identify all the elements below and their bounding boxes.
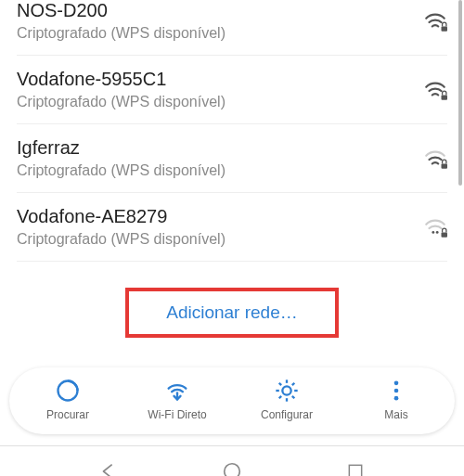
add-network-label: Adicionar rede… bbox=[125, 288, 339, 338]
more-button[interactable]: Mais bbox=[342, 377, 451, 421]
more-label: Mais bbox=[384, 408, 407, 421]
wifi-direct-label: Wi-Fi Direto bbox=[148, 408, 206, 421]
recent-apps-icon[interactable] bbox=[343, 459, 367, 477]
wifi-network-item[interactable]: Vodafone-5955C1 Criptografado (WPS dispo… bbox=[17, 56, 447, 124]
svg-point-21 bbox=[394, 396, 399, 401]
scroll-indicator bbox=[458, 0, 462, 186]
svg-line-18 bbox=[292, 383, 294, 385]
network-subtext: Criptografado (WPS disponível) bbox=[17, 25, 226, 42]
wifi-signal-icon bbox=[423, 9, 447, 33]
network-subtext: Criptografado (WPS disponível) bbox=[17, 231, 226, 248]
configure-label: Configurar bbox=[261, 408, 313, 421]
network-ssid: Vodafone-5955C1 bbox=[17, 69, 226, 90]
svg-rect-2 bbox=[442, 163, 448, 168]
wifi-signal-icon bbox=[423, 78, 447, 102]
svg-point-3 bbox=[432, 231, 434, 234]
system-nav-bar bbox=[0, 445, 464, 476]
svg-rect-23 bbox=[350, 465, 362, 476]
wifi-direct-icon bbox=[163, 377, 191, 405]
home-icon[interactable] bbox=[220, 459, 244, 477]
svg-rect-1 bbox=[442, 95, 448, 99]
wifi-network-item[interactable]: Igferraz Criptografado (WPS disponível) bbox=[17, 124, 447, 193]
more-vertical-icon bbox=[382, 377, 410, 405]
scan-label: Procurar bbox=[46, 408, 89, 421]
svg-rect-5 bbox=[442, 232, 448, 237]
svg-line-16 bbox=[292, 396, 294, 398]
wifi-signal-icon bbox=[423, 215, 447, 239]
wifi-network-list: NOS-D200 Criptografado (WPS disponível) … bbox=[0, 0, 464, 358]
network-text: Vodafone-5955C1 Criptografado (WPS dispo… bbox=[17, 69, 226, 110]
svg-point-19 bbox=[394, 381, 399, 386]
svg-line-15 bbox=[279, 383, 281, 385]
svg-rect-0 bbox=[442, 26, 448, 31]
gear-icon bbox=[273, 377, 301, 405]
svg-line-17 bbox=[279, 396, 281, 398]
wifi-network-item[interactable]: NOS-D200 Criptografado (WPS disponível) bbox=[17, 0, 447, 56]
wifi-signal-icon bbox=[423, 147, 447, 171]
network-subtext: Criptografado (WPS disponível) bbox=[17, 162, 226, 179]
scan-button[interactable]: Procurar bbox=[13, 377, 122, 421]
svg-point-4 bbox=[436, 231, 439, 234]
network-subtext: Criptografado (WPS disponível) bbox=[17, 94, 226, 110]
svg-point-22 bbox=[225, 463, 240, 476]
refresh-icon bbox=[54, 377, 82, 405]
network-ssid: Vodafone-AE8279 bbox=[17, 206, 226, 227]
network-text: NOS-D200 Criptografado (WPS disponível) bbox=[17, 0, 226, 42]
bottom-action-bar: Procurar Wi-Fi Direto bbox=[9, 367, 455, 434]
wifi-direct-button[interactable]: Wi-Fi Direto bbox=[122, 377, 232, 421]
svg-point-10 bbox=[282, 386, 290, 394]
svg-point-20 bbox=[394, 389, 399, 393]
network-text: Igferraz Criptografado (WPS disponível) bbox=[17, 137, 226, 179]
configure-button[interactable]: Configurar bbox=[232, 377, 342, 421]
wifi-network-item[interactable]: Vodafone-AE8279 Criptografado (WPS dispo… bbox=[17, 193, 447, 262]
network-ssid: NOS-D200 bbox=[17, 0, 226, 21]
back-icon[interactable] bbox=[97, 459, 121, 477]
add-network-button[interactable]: Adicionar rede… bbox=[17, 267, 447, 358]
network-ssid: Igferraz bbox=[17, 137, 226, 159]
network-text: Vodafone-AE8279 Criptografado (WPS dispo… bbox=[17, 206, 226, 248]
